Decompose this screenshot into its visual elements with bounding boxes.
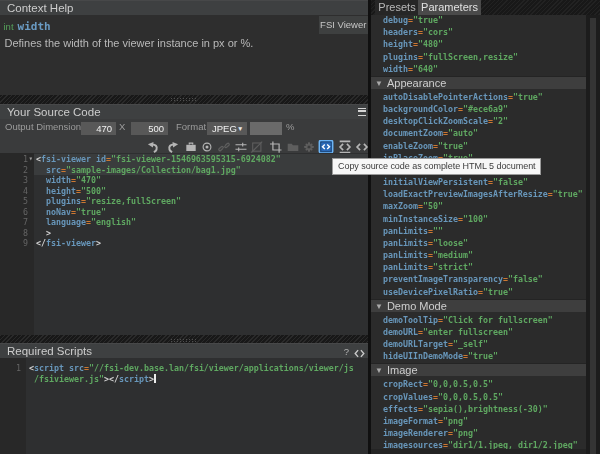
code-text: width="470" [36,175,101,186]
dimension-x-label: X [119,119,125,135]
source-code-panel: Your Source Code Output Dimension 470 X … [0,104,368,335]
tab-presets[interactable]: Presets [375,0,419,15]
quality-input[interactable] [250,122,282,136]
format-value: JPEG [212,123,237,134]
parameter-row[interactable]: desktopClickZoomScale="2" [371,115,586,127]
parameter-row[interactable]: headers="cors" [371,26,586,38]
scrollbar[interactable] [586,15,600,454]
parameter-row[interactable]: plugins="fullScreen,resize" [371,51,586,63]
parameter-row[interactable]: height="480" [371,38,586,50]
code-text: /fsiviewer.js"></script> [29,374,156,385]
code-line: 9</fsi-viewer> [0,238,368,249]
context-help-content: FSI Viewer intwidth Defines the width of… [0,15,368,95]
section-header[interactable]: ▼Demo Mode [371,299,586,312]
flower-icon[interactable] [301,140,317,154]
parameter-row[interactable]: debug="true" [371,15,586,26]
parameters-list[interactable]: debug="true"headers="cors"height="480"pl… [371,15,586,449]
parameter-row[interactable]: panLimits="strict" [371,261,586,273]
splitter-grip[interactable] [171,339,197,342]
parameters-rows-container: debug="true"headers="cors"height="480"pl… [371,15,586,449]
parameter-row[interactable]: loadExactPreviewImagesAfterResize="true" [371,188,586,200]
parameter-row[interactable]: imageFormat="png" [371,415,586,427]
code-text: height="500" [36,186,106,197]
output-width-input[interactable]: 470 [81,122,116,136]
parameter-row[interactable]: enableZoom="true" [371,140,586,152]
chevron-down-icon: ▼ [237,122,243,136]
parameter-row[interactable]: cropValues="0,0,0.5,0.5" [371,391,586,403]
redo-icon[interactable] [165,140,181,154]
sliders-icon[interactable] [233,140,249,154]
parameter-name: width [18,20,51,33]
source-code-editor[interactable]: 1▾<fsi-viewer id="fsi-viewer-15469635953… [0,153,368,336]
code-text: src="sample-images/Collection/bag1.jpg" [36,165,241,176]
section-header[interactable]: ▼Image [371,363,586,376]
parameter-row[interactable]: autoDisablePointerActions="true" [371,91,586,103]
code-line: 1<script src="//fsi-dev.base.lan/fsi/vie… [0,363,368,374]
parameter-row[interactable]: minInstanceSize="100" [371,213,586,225]
parameter-row[interactable]: panLimits="loose" [371,237,586,249]
tab-presets-label: Presets [378,1,415,13]
parameter-row[interactable]: initialViewPersistent="false" [371,176,586,188]
output-height-input[interactable]: 500 [131,122,168,136]
parameter-row[interactable]: backgroundColor="#ece6a9" [371,103,586,115]
record-icon[interactable] [199,140,215,154]
line-number: 4 [0,186,28,197]
code-text: > [36,228,51,239]
parameter-row[interactable]: maxZoom="50" [371,200,586,212]
parameter-row[interactable]: panLimits="" [371,225,586,237]
source-code-header: Your Source Code [0,104,368,119]
line-number: 5 [0,196,28,207]
link-icon[interactable] [216,140,232,154]
parameter-row[interactable]: useDevicePixelRatio="true" [371,286,586,298]
code-text: </fsi-viewer> [36,238,101,249]
parameter-row[interactable]: hideUIInDemoMode="true" [371,350,586,362]
list-bottom-edge [371,449,586,454]
crop-icon[interactable] [268,140,284,154]
collapse-triangle-icon: ▼ [375,77,383,90]
line-number: 3 [0,175,28,186]
required-scripts-editor[interactable]: 1<script src="//fsi-dev.base.lan/fsi/vie… [0,358,368,454]
code-line: 4 height="500" [0,186,368,197]
splitter-grip[interactable] [171,98,197,101]
required-scripts-title: Required Scripts [7,345,92,357]
code-line: 6 noNav="true" [0,207,368,218]
parameter-signature: intwidth [4,16,51,34]
code-line: /fsiviewer.js"></script> [0,374,368,385]
parameter-row[interactable]: demoToolTip="Click for fullscreen" [371,314,586,326]
parameter-row[interactable]: documentZoom="auto" [371,127,586,139]
parameter-row[interactable]: cropRect="0,0,0.5,0.5" [371,378,586,390]
help-icon[interactable]: ? [344,344,349,359]
copy-html-icon[interactable] [318,140,334,154]
code-text: <script src="//fsi-dev.base.lan/fsi/view… [29,363,354,374]
context-help-title: Context Help [7,2,73,14]
parameter-row[interactable]: width="640" [371,63,586,75]
output-dimension-label: Output Dimension [5,119,81,135]
format-label: Format [176,119,206,135]
parameter-row[interactable]: panLimits="medium" [371,249,586,261]
section-header[interactable]: ▼Appearance [371,76,586,89]
output-height-value: 500 [148,123,164,134]
tab-parameters[interactable]: Parameters [418,0,481,15]
parameter-row[interactable]: imageRenderer="png" [371,427,586,439]
copy-lines-icon[interactable] [337,140,353,154]
no-crop-icon[interactable] [249,140,265,154]
code-icon[interactable] [354,347,365,356]
tab-parameters-label: Parameters [421,1,478,13]
briefcase-icon[interactable] [183,140,199,154]
line-number: 1 [0,363,21,374]
parameter-row[interactable]: demoURL="enter fullscreen" [371,326,586,338]
format-select[interactable]: JPEG▼ [207,122,247,136]
undo-icon[interactable] [145,140,161,154]
collapse-triangle-icon: ▼ [375,364,383,377]
parameter-row[interactable]: effects="sepia(),brightness(-30)" [371,403,586,415]
folder-icon[interactable] [285,140,301,154]
code-line: 1▾<fsi-viewer id="fsi-viewer-15469635953… [0,154,368,165]
scrollbar-thumb[interactable] [590,18,596,454]
parameter-row[interactable]: imagesources="dir1/1.jpeg, dir1/2.jpeg" [371,439,586,449]
line-number: 8 [0,228,28,239]
fsi-viewer-tab[interactable]: FSI Viewer [319,16,369,34]
fold-arrow-icon[interactable]: ▾ [29,154,34,165]
menu-icon[interactable] [358,108,366,116]
parameter-row[interactable]: demoURLTarget="_self" [371,338,586,350]
parameter-row[interactable]: preventImageTransparency="false" [371,273,586,285]
